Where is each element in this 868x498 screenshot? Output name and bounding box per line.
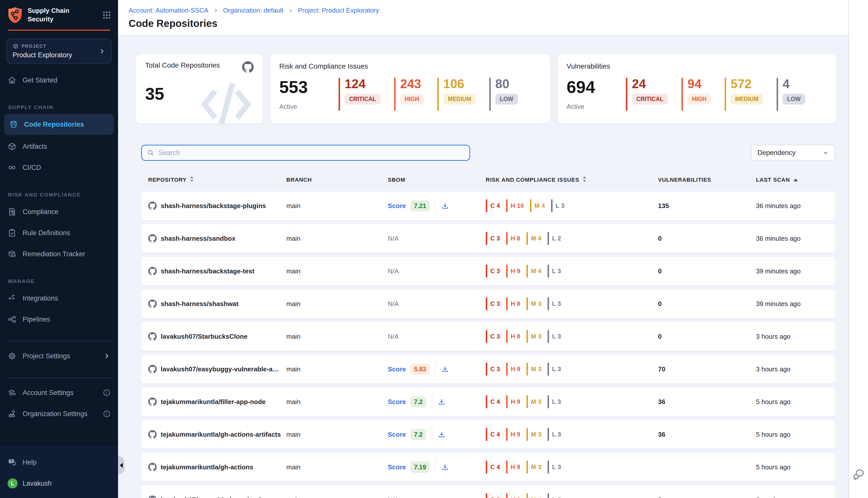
risk-chip-c: C 3: [486, 297, 500, 310]
severity-count: 4: [783, 78, 790, 90]
sbom-score-link[interactable]: Score: [388, 398, 406, 406]
column-label: REPOSITORY: [148, 176, 187, 183]
column-header-risk-and-compliance-issues[interactable]: RISK AND COMPLIANCE ISSUES: [486, 176, 658, 184]
column-header-repository[interactable]: REPOSITORY: [141, 176, 286, 184]
branch-cell: main: [286, 202, 388, 210]
table-row[interactable]: shash-harness/shashwat main N/A C 3H 8M …: [141, 289, 835, 318]
github-icon: [148, 397, 157, 406]
sidebar-item-help[interactable]: ? Help: [0, 452, 118, 473]
sidebar-item-code-repositories[interactable]: </>Code Repositories: [4, 114, 114, 135]
sidebar: Supply Chain Security PROJECT Product Ex…: [0, 0, 118, 498]
project-selector[interactable]: PROJECT Product Exploratory: [6, 39, 111, 64]
vulnerabilities-cell: 135: [658, 202, 756, 210]
sbom-score-link[interactable]: Score: [388, 431, 406, 438]
repository-cell[interactable]: shash-harness/backstage-test: [141, 267, 286, 275]
risk-chip-l: L 3: [551, 199, 565, 212]
sidebar-item-get-started[interactable]: Get Started: [0, 69, 118, 91]
sbom-cell: N/A: [388, 496, 486, 498]
last-scan-cell: 36 minutes ago: [756, 235, 835, 243]
table-row[interactable]: lavakush07/StarbucksClone main N/A C 3H …: [141, 322, 835, 351]
column-header-last-scan[interactable]: LAST SCAN: [756, 176, 835, 184]
vulnerabilities-cell: 36: [658, 431, 756, 438]
breadcrumb-link[interactable]: Organization: default: [223, 6, 283, 14]
info-icon: [103, 410, 110, 418]
column-label: VULNERABILITIES: [658, 176, 711, 183]
repository-cell[interactable]: tejakummarikuntla/gh-actions: [141, 463, 286, 471]
branch-cell: main: [286, 300, 388, 308]
sbom-cell: N/A: [388, 267, 486, 275]
risk-issues-cell: C 4H 9M 3L 3: [486, 428, 658, 441]
severity-low: 80 LOW: [489, 78, 518, 111]
severity-badge: CRITICAL: [632, 94, 668, 105]
sidebar-item-rule-definitions[interactable]: Rule Definitions: [0, 222, 118, 244]
table-row[interactable]: shash-harness/backstage-plugins main Sco…: [141, 192, 835, 220]
dependency-filter-select[interactable]: Dependency: [751, 145, 835, 161]
sbom-score-link[interactable]: Score: [388, 463, 406, 471]
last-scan-cell: 36 minutes ago: [756, 202, 835, 210]
breadcrumb-link[interactable]: Project: Product Exploratory: [298, 6, 379, 14]
project-name: Product Exploratory: [13, 51, 98, 59]
column-label: RISK AND COMPLIANCE ISSUES: [486, 176, 579, 183]
table-row[interactable]: shash-harness/backstage-test main N/A C …: [141, 257, 835, 286]
severity-badge: HIGH: [687, 94, 711, 105]
sbom-score-link[interactable]: Score: [388, 365, 406, 373]
sidebar-item-account-settings[interactable]: Account Settings: [0, 382, 118, 403]
sidebar-item-artifacts[interactable]: Artifacts: [0, 136, 118, 157]
sbom-na: N/A: [388, 235, 399, 243]
column-label: SBOM: [388, 176, 405, 183]
svg-text:</>: </>: [11, 123, 16, 127]
risk-chip-m: M 4: [526, 493, 542, 498]
sidebar-item-label: Compliance: [23, 208, 58, 216]
table-row[interactable]: lavakush07/argocd-hub-spoke-demo main N/…: [141, 485, 835, 498]
risk-chip-h: H 9: [506, 493, 520, 498]
breadcrumb-link[interactable]: Account: Automation-SSCA: [129, 6, 209, 14]
sbom-score-badge: 7.2: [410, 396, 426, 408]
sidebar-item-label: Get Started: [23, 76, 57, 84]
github-icon: [148, 267, 157, 275]
sbom-score-link[interactable]: Score: [388, 202, 406, 210]
sidebar-item-pipelines[interactable]: Pipelines: [0, 309, 118, 330]
sidebar-item-project-settings[interactable]: Project Settings: [0, 345, 118, 367]
brand-divider: [8, 30, 110, 31]
last-scan-cell: 3 hours ago: [756, 333, 835, 340]
chat-bubbles-icon[interactable]: [853, 469, 865, 480]
branch-cell: main: [286, 398, 388, 406]
table-row[interactable]: lavakush07/easybuggy-vulnerable-app… mai…: [141, 355, 835, 383]
download-sbom-icon[interactable]: [441, 202, 449, 210]
sidebar-item-label: Code Repositories: [24, 121, 84, 128]
sidebar-item-organization-settings[interactable]: Organization Settings: [0, 403, 118, 424]
sidebar-item-compliance[interactable]: Compliance: [0, 201, 118, 222]
chevron-right-icon: [103, 352, 110, 360]
repository-cell[interactable]: tejakummarikuntla/gh-actions-artifacts: [141, 430, 286, 439]
user-menu[interactable]: L Lavakush: [0, 473, 118, 494]
sidebar-item-integrations[interactable]: Integrations: [0, 288, 118, 309]
table-row[interactable]: tejakummarikuntla/filler-app-node main S…: [141, 388, 835, 416]
table-row[interactable]: tejakummarikuntla/gh-actions main Score …: [141, 453, 835, 482]
severity-badge: MEDIUM: [731, 94, 763, 105]
table-row[interactable]: tejakummarikuntla/gh-actions-artifacts m…: [141, 420, 835, 449]
repository-name: tejakummarikuntla/filler-app-node: [161, 398, 266, 406]
nav-section-risk-and-compliance: RISK AND COMPLIANCE: [0, 192, 118, 198]
repository-cell[interactable]: shash-harness/backstage-plugins: [141, 201, 286, 210]
repository-cell[interactable]: shash-harness/sandbox: [141, 234, 286, 243]
severity-bar: [338, 78, 340, 111]
download-sbom-icon[interactable]: [438, 398, 445, 406]
risk-chip-h: H 8: [506, 330, 520, 343]
sidebar-item-ci-cd[interactable]: CI/CD: [0, 157, 118, 178]
last-scan-cell: 39 minutes ago: [756, 267, 835, 275]
table-row[interactable]: shash-harness/sandbox main N/A C 3H 8M 4…: [141, 224, 835, 253]
last-scan-cell: 39 minutes ago: [756, 300, 835, 308]
repository-cell[interactable]: lavakush07/StarbucksClone: [141, 332, 286, 341]
repository-cell[interactable]: lavakush07/easybuggy-vulnerable-app…: [141, 365, 286, 374]
repository-cell[interactable]: lavakush07/argocd-hub-spoke-demo: [141, 496, 286, 498]
search-input[interactable]: [159, 149, 464, 157]
module-grid-icon[interactable]: [103, 11, 111, 19]
github-icon: [148, 332, 157, 341]
download-sbom-icon[interactable]: [441, 463, 449, 471]
download-sbom-icon[interactable]: [441, 365, 449, 373]
sidebar-item-remediation-tracker[interactable]: Remediation Tracker: [0, 244, 118, 265]
avatar: L: [8, 479, 17, 488]
download-sbom-icon[interactable]: [438, 431, 445, 438]
repository-cell[interactable]: shash-harness/shashwat: [141, 300, 286, 308]
repository-cell[interactable]: tejakummarikuntla/filler-app-node: [141, 397, 286, 406]
